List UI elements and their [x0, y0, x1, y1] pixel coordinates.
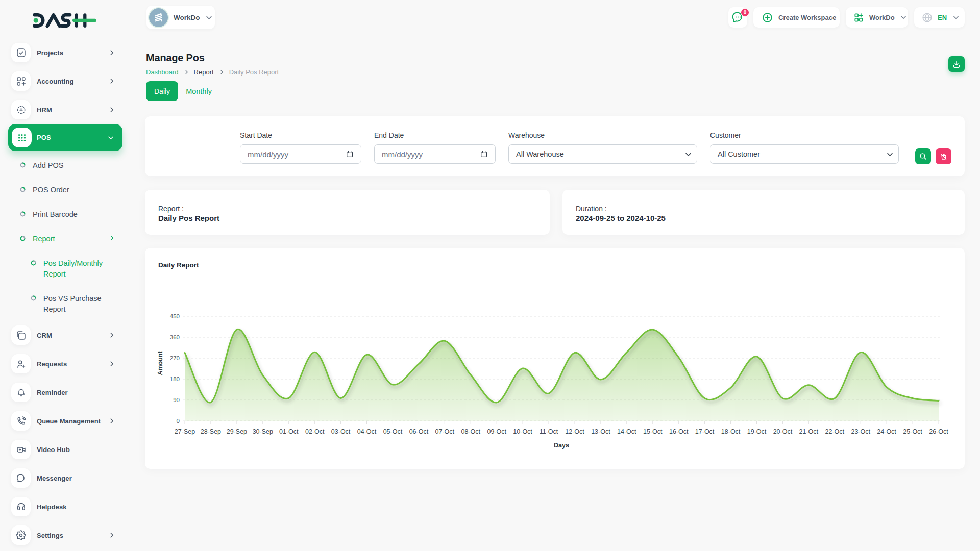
svg-text:17-Oct: 17-Oct — [695, 428, 715, 435]
svg-text:18-Oct: 18-Oct — [721, 428, 741, 435]
svg-text:22-Oct: 22-Oct — [825, 428, 845, 435]
svg-text:11-Oct: 11-Oct — [540, 428, 558, 435]
svg-text:06-Oct: 06-Oct — [409, 428, 429, 435]
svg-text:15-Oct: 15-Oct — [643, 428, 663, 435]
svg-text:05-Oct: 05-Oct — [383, 428, 403, 435]
svg-text:360: 360 — [170, 334, 180, 340]
svg-text:27-Sep: 27-Sep — [175, 428, 195, 435]
svg-text:02-Oct: 02-Oct — [305, 428, 325, 435]
svg-text:13-Oct: 13-Oct — [591, 428, 610, 435]
svg-text:01-Oct: 01-Oct — [279, 428, 299, 435]
svg-text:28-Sep: 28-Sep — [201, 428, 221, 435]
svg-text:20-Oct: 20-Oct — [773, 428, 793, 435]
svg-text:Days: Days — [554, 442, 569, 449]
svg-text:30-Sep: 30-Sep — [253, 428, 273, 435]
svg-text:23-Oct: 23-Oct — [851, 428, 870, 435]
svg-text:450: 450 — [170, 313, 180, 319]
svg-text:07-Oct: 07-Oct — [435, 428, 455, 435]
svg-text:16-Oct: 16-Oct — [669, 428, 689, 435]
svg-text:24-Oct: 24-Oct — [877, 428, 896, 435]
svg-text:03-Oct: 03-Oct — [331, 428, 351, 435]
svg-text:90: 90 — [173, 397, 180, 403]
svg-text:04-Oct: 04-Oct — [357, 428, 377, 435]
svg-text:09-Oct: 09-Oct — [487, 428, 506, 435]
svg-text:29-Sep: 29-Sep — [227, 428, 247, 435]
svg-text:14-Oct: 14-Oct — [617, 428, 636, 435]
svg-text:08-Oct: 08-Oct — [461, 428, 480, 435]
svg-text:12-Oct: 12-Oct — [565, 428, 584, 435]
svg-text:Amount: Amount — [157, 351, 164, 375]
svg-text:25-Oct: 25-Oct — [903, 428, 922, 435]
svg-text:21-Oct: 21-Oct — [799, 428, 819, 435]
svg-text:0: 0 — [177, 418, 180, 424]
svg-text:180: 180 — [170, 376, 180, 382]
svg-text:10-Oct: 10-Oct — [513, 428, 532, 435]
svg-text:26-Oct: 26-Oct — [929, 428, 948, 435]
svg-text:19-Oct: 19-Oct — [747, 428, 767, 435]
svg-text:270: 270 — [170, 355, 180, 361]
